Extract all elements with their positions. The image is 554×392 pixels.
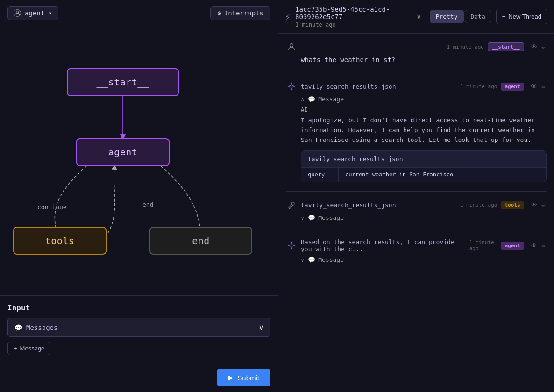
view-tabs: Pretty Data	[430, 10, 491, 23]
end-edge-label: end	[142, 201, 153, 208]
graph-area: __start__ agent tools __end__ continue e…	[0, 26, 278, 295]
input-title: Input	[7, 303, 270, 312]
message-header-user: 1 minute ago __start__ 👁 ✏	[286, 41, 547, 52]
new-thread-button[interactable]: + New Thread	[496, 9, 547, 24]
message-header-ai-tool: tavily_search_results_json 1 minute ago …	[286, 81, 547, 92]
message-block-user: 1 minute ago __start__ 👁 ✏ whats the wea…	[286, 41, 547, 63]
user-icon	[286, 41, 297, 52]
tool-call-key: query	[301, 168, 339, 182]
message-header-tools: tavily_search_results_json 1 minute ago …	[286, 199, 547, 210]
submit-button[interactable]: ▶ Submit	[217, 369, 270, 386]
divider-3	[286, 231, 547, 231]
wrench-icon	[286, 199, 297, 210]
right-panel: ⚡ 1acc735b-9ed5-45cc-a1cd-8039262e5c77 1…	[278, 0, 554, 392]
expand-icon-tools: ∨	[301, 215, 304, 221]
user-message-text: whats the weather in sf?	[301, 56, 547, 63]
interrupts-icon: ⚙	[217, 9, 221, 17]
edit-icon[interactable]: ✏	[541, 42, 547, 51]
agent-node: agent	[76, 138, 170, 166]
messages-row[interactable]: 💬 Messages ∨	[7, 318, 270, 337]
message-block-tools: tavily_search_results_json 1 minute ago …	[286, 199, 547, 221]
ai-result-preview: Based on the search results, I can provi…	[301, 238, 466, 252]
eye-icon-3[interactable]: 👁	[530, 200, 538, 210]
left-header: agent ▾ ⚙ Interrupts	[0, 0, 278, 26]
eye-icon[interactable]: 👁	[530, 42, 538, 51]
end-node: __end__	[149, 227, 252, 255]
ai-result-time: 1 minute ago	[469, 239, 497, 252]
tools-bubble-label: 💬 Message	[308, 214, 344, 221]
interrupts-label: Interrupts	[224, 9, 263, 17]
plus-icon: +	[502, 13, 506, 20]
thread-icon: ⚡	[285, 11, 291, 22]
tool-call-row: query current weather in San Francisco	[301, 167, 546, 182]
thread-time: 1 minute ago	[295, 21, 412, 28]
agent-label: agent	[25, 9, 44, 17]
agent-badge-2: agent	[501, 242, 524, 250]
ai-result-actions: 👁 ✏	[530, 241, 547, 250]
thread-info: 1acc735b-9ed5-45cc-a1cd-8039262e5c77 1 m…	[295, 6, 412, 28]
divider-2	[286, 191, 547, 192]
eye-icon-2[interactable]: 👁	[530, 82, 538, 91]
tool-call-value: current weather in San Francisco	[339, 168, 460, 182]
message-block-ai-result: Based on the search results, I can provi…	[286, 238, 547, 263]
tab-data[interactable]: Data	[465, 10, 491, 23]
message-bubble-label: 💬 Message	[308, 96, 344, 103]
svg-point-2	[290, 44, 293, 47]
tools-actions: 👁 ✏	[530, 200, 547, 210]
tools-result-name: tavily_search_results_json	[301, 202, 396, 209]
spark-icon-2	[286, 240, 297, 251]
thread-id: 1acc735b-9ed5-45cc-a1cd-8039262e5c77	[295, 6, 412, 21]
ai-tool-time: 1 minute ago	[460, 84, 497, 90]
spark-icon	[286, 81, 297, 92]
tools-node: tools	[13, 227, 107, 255]
start-badge: __start__	[488, 42, 524, 51]
expand-row-ai-result[interactable]: ∨ 💬 Message	[301, 256, 547, 263]
collapse-icon: ∧	[301, 96, 304, 103]
tools-badge: tools	[501, 201, 524, 209]
right-header: ⚡ 1acc735b-9ed5-45cc-a1cd-8039262e5c77 1…	[278, 0, 554, 34]
bubble-icon-3: 💬	[308, 256, 315, 263]
ai-tool-name: tavily_search_results_json	[301, 83, 396, 90]
expand-icon-ai-result: ∨	[301, 257, 304, 263]
left-panel: agent ▾ ⚙ Interrupts	[0, 0, 278, 392]
eye-icon-4[interactable]: 👁	[530, 241, 538, 250]
messages-label: 💬 Messages	[14, 324, 57, 331]
ai-tool-actions: 👁 ✏	[530, 82, 547, 91]
tool-call-header: tavily_search_results_json	[301, 151, 546, 167]
thread-chevron-icon[interactable]: ∨	[417, 12, 421, 21]
user-msg-time: 1 minute ago	[447, 44, 483, 50]
start-node: __start__	[67, 68, 179, 96]
tool-call-box: tavily_search_results_json query current…	[301, 150, 547, 182]
bubble-icon-2: 💬	[308, 214, 315, 221]
submit-row: ▶ Submit	[0, 363, 278, 392]
agent-icon	[14, 9, 21, 17]
tools-result-time: 1 minute ago	[460, 202, 497, 208]
interrupts-button[interactable]: ⚙ Interrupts	[210, 6, 270, 20]
edit-icon-3[interactable]: ✏	[541, 200, 547, 210]
ai-label: AI	[301, 106, 547, 113]
message-bubble-icon: 💬	[14, 324, 22, 331]
add-message-button[interactable]: + Messages Message	[7, 342, 50, 355]
divider-1	[286, 73, 547, 73]
messages-chevron-icon: ∨	[259, 323, 263, 332]
ai-text: I apologize, but I don't have direct acc…	[301, 116, 547, 145]
agent-badge: agent	[501, 83, 524, 91]
expand-row-tools[interactable]: ∨ 💬 Message	[301, 214, 547, 221]
expand-row-ai[interactable]: ∧ 💬 Message	[301, 96, 547, 103]
agent-dropdown[interactable]: agent ▾	[7, 6, 58, 20]
message-header-ai-result: Based on the search results, I can provi…	[286, 238, 547, 252]
edit-icon-4[interactable]: ✏	[541, 241, 547, 250]
tab-pretty[interactable]: Pretty	[430, 10, 464, 23]
input-section: Input 💬 Messages ∨ + Messages Message	[0, 295, 278, 363]
continue-label: continue	[37, 203, 67, 210]
message-block-ai-tool: tavily_search_results_json 1 minute ago …	[286, 81, 547, 182]
ai-result-bubble-label: 💬 Message	[308, 256, 344, 263]
bubble-icon: 💬	[308, 96, 315, 103]
play-icon: ▶	[228, 373, 234, 382]
user-msg-actions: 👁 ✏	[530, 42, 547, 51]
agent-chevron-icon: ▾	[48, 9, 52, 17]
edit-icon-2[interactable]: ✏	[541, 82, 547, 91]
chat-area[interactable]: 1 minute ago __start__ 👁 ✏ whats the wea…	[278, 34, 554, 392]
add-icon: +	[14, 345, 17, 352]
